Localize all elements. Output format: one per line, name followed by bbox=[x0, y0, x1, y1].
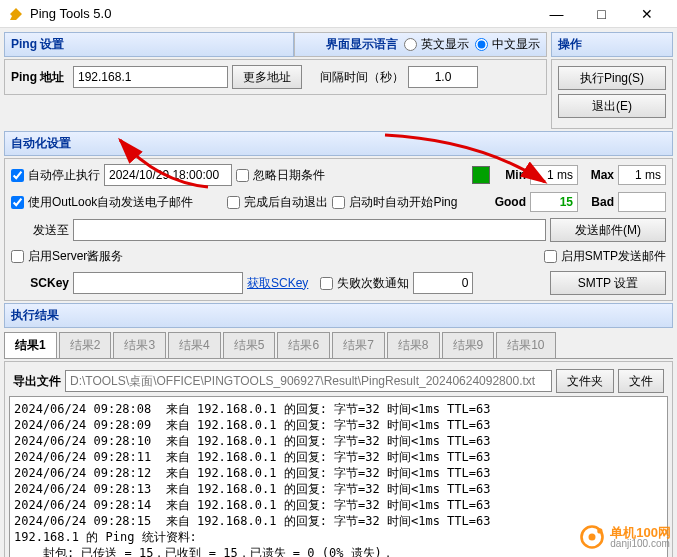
send-mail-button[interactable]: 发送邮件(M) bbox=[550, 218, 666, 242]
maximize-button[interactable]: □ bbox=[579, 0, 624, 28]
lang-chinese-radio[interactable]: 中文显示 bbox=[475, 36, 540, 53]
export-path-input[interactable] bbox=[65, 370, 552, 392]
result-tabs: 结果1结果2结果3结果4结果5结果6结果7结果8结果9结果10 bbox=[4, 332, 673, 359]
serverchan-checkbox[interactable]: 启用Server酱服务 bbox=[11, 248, 123, 265]
ping-address-label: Ping 地址 bbox=[11, 69, 69, 86]
bad-label: Bad bbox=[582, 195, 614, 209]
minimize-button[interactable]: — bbox=[534, 0, 579, 28]
min-value: 1 ms bbox=[530, 165, 578, 185]
results-header: 执行结果 bbox=[4, 303, 673, 328]
watermark: 单机100网 danji100.com bbox=[578, 523, 671, 551]
outlook-checkbox[interactable]: 使用OutLook自动发送电子邮件 bbox=[11, 194, 193, 211]
smtp-settings-button[interactable]: SMTP 设置 bbox=[550, 271, 666, 295]
close-button[interactable]: ✕ bbox=[624, 0, 669, 28]
automation-header: 自动化设置 bbox=[4, 131, 673, 156]
ops-header: 操作 bbox=[551, 32, 673, 57]
good-value: 15 bbox=[530, 192, 578, 212]
good-label: Good bbox=[494, 195, 526, 209]
sendto-input[interactable] bbox=[73, 219, 546, 241]
ping-section-header: Ping 设置 bbox=[4, 32, 294, 57]
result-tab-1[interactable]: 结果1 bbox=[4, 332, 57, 358]
execute-ping-button[interactable]: 执行Ping(S) bbox=[558, 66, 666, 90]
more-address-button[interactable]: 更多地址 bbox=[232, 65, 302, 89]
ops-fieldset: 执行Ping(S) 退出(E) bbox=[551, 59, 673, 129]
result-tab-6[interactable]: 结果6 bbox=[277, 332, 330, 358]
fail-notify-checkbox[interactable]: 失败次数通知 bbox=[320, 275, 409, 292]
result-tab-8[interactable]: 结果8 bbox=[387, 332, 440, 358]
status-indicator bbox=[472, 166, 490, 184]
exit-button[interactable]: 退出(E) bbox=[558, 94, 666, 118]
result-log[interactable]: 2024/06/24 09:28:08 来自 192.168.0.1 的回复: … bbox=[9, 396, 668, 557]
results-fieldset: 导出文件 文件夹 文件 2024/06/24 09:28:08 来自 192.1… bbox=[4, 361, 673, 557]
get-sckey-link[interactable]: 获取SCKey bbox=[247, 275, 308, 292]
automation-fieldset: 自动停止执行 忽略日期条件 Min 1 ms Max 1 ms 使用OutLoo… bbox=[4, 158, 673, 301]
titlebar: Ping Tools 5.0 — □ ✕ bbox=[0, 0, 677, 28]
interval-input[interactable] bbox=[408, 66, 478, 88]
result-tab-9[interactable]: 结果9 bbox=[442, 332, 495, 358]
fail-count-input[interactable] bbox=[413, 272, 473, 294]
max-value: 1 ms bbox=[618, 165, 666, 185]
language-bar: 界面显示语言 英文显示 中文显示 bbox=[294, 32, 547, 57]
min-label: Min bbox=[494, 168, 526, 182]
export-label: 导出文件 bbox=[13, 373, 61, 390]
svg-point-2 bbox=[598, 528, 603, 533]
autostop-datetime-input[interactable] bbox=[104, 164, 232, 186]
window-title: Ping Tools 5.0 bbox=[30, 6, 534, 21]
bad-value bbox=[618, 192, 666, 212]
ping-fieldset: Ping 地址 更多地址 间隔时间（秒） bbox=[4, 59, 547, 95]
watermark-name: 单机100网 bbox=[610, 526, 671, 539]
ignore-date-checkbox[interactable]: 忽略日期条件 bbox=[236, 167, 325, 184]
interval-label: 间隔时间（秒） bbox=[320, 69, 404, 86]
result-tab-5[interactable]: 结果5 bbox=[223, 332, 276, 358]
svg-point-1 bbox=[589, 534, 596, 541]
sckey-input[interactable] bbox=[73, 272, 243, 294]
result-tab-3[interactable]: 结果3 bbox=[113, 332, 166, 358]
sendto-label: 发送至 bbox=[11, 222, 69, 239]
sckey-label: SCKey bbox=[11, 276, 69, 290]
folder-button[interactable]: 文件夹 bbox=[556, 369, 614, 393]
language-label: 界面显示语言 bbox=[326, 36, 398, 53]
result-tab-4[interactable]: 结果4 bbox=[168, 332, 221, 358]
autostop-checkbox[interactable]: 自动停止执行 bbox=[11, 167, 100, 184]
app-icon bbox=[8, 6, 24, 22]
max-label: Max bbox=[582, 168, 614, 182]
result-tab-10[interactable]: 结果10 bbox=[496, 332, 555, 358]
result-tab-7[interactable]: 结果7 bbox=[332, 332, 385, 358]
lang-english-radio[interactable]: 英文显示 bbox=[404, 36, 469, 53]
ping-address-input[interactable] bbox=[73, 66, 228, 88]
auto-start-checkbox[interactable]: 启动时自动开始Ping bbox=[332, 194, 457, 211]
watermark-icon bbox=[578, 523, 606, 551]
smtp-enable-checkbox[interactable]: 启用SMTP发送邮件 bbox=[544, 248, 666, 265]
watermark-url: danji100.com bbox=[610, 539, 671, 549]
result-tab-2[interactable]: 结果2 bbox=[59, 332, 112, 358]
auto-exit-checkbox[interactable]: 完成后自动退出 bbox=[227, 194, 328, 211]
file-button[interactable]: 文件 bbox=[618, 369, 664, 393]
